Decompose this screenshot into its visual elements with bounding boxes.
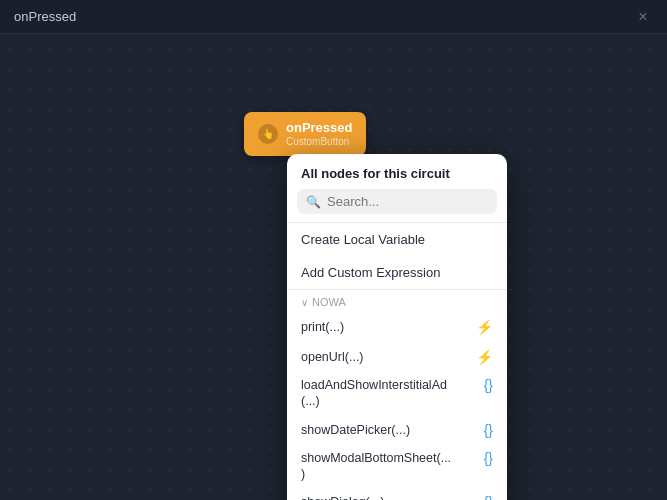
dropdown-header: All nodes for this circuit (287, 154, 507, 189)
canvas-area: 👆 onPressed CustomButton All nodes for t… (0, 34, 667, 500)
node-item-showdialog[interactable]: showDialog(...) {} (287, 487, 507, 500)
curly-icon-loadandshow: {} (484, 377, 493, 393)
lightning-icon-print: ⚡ (476, 319, 493, 335)
lightning-icon-openurl: ⚡ (476, 349, 493, 365)
search-input[interactable] (327, 194, 488, 209)
curly-icon-showdialog: {} (484, 494, 493, 500)
curly-icon-showmodalbottomsheet: {} (484, 450, 493, 466)
curly-icon-showdatepicker: {} (484, 422, 493, 438)
search-container: 🔍 (287, 189, 507, 222)
node-item-showdatepicker[interactable]: showDatePicker(...) {} (287, 415, 507, 445)
node-item-openurl[interactable]: openUrl(...) ⚡ (287, 342, 507, 372)
title-bar: onPressed × (0, 0, 667, 34)
node-item-showmodalbottomsheet[interactable]: showModalBottomSheet(...) {} (287, 445, 507, 488)
node-item-loadandshow-label: loadAndShowInterstitialAd(...) (301, 377, 447, 410)
section-header-nowa: ∨ NOWA (287, 290, 507, 312)
node-icon: 👆 (258, 124, 278, 144)
node-title: onPressed (286, 120, 352, 136)
onpressed-node[interactable]: 👆 onPressed CustomButton (244, 112, 366, 156)
node-item-print[interactable]: print(...) ⚡ (287, 312, 507, 342)
node-text: onPressed CustomButton (286, 120, 352, 148)
node-subtitle: CustomButton (286, 136, 352, 148)
close-button[interactable]: × (633, 7, 653, 27)
search-icon: 🔍 (306, 195, 321, 209)
node-dropdown-panel: All nodes for this circuit 🔍 Create Loca… (287, 154, 507, 500)
menu-item-add-custom-expression[interactable]: Add Custom Expression (287, 256, 507, 289)
node-item-showmodalbottomsheet-label: showModalBottomSheet(...) (301, 450, 451, 483)
window-title: onPressed (14, 9, 76, 24)
chevron-down-icon: ∨ (301, 297, 308, 308)
menu-item-create-local-variable[interactable]: Create Local Variable (287, 223, 507, 256)
section-label: NOWA (312, 296, 346, 308)
node-item-loadandshow[interactable]: loadAndShowInterstitialAd(...) {} (287, 372, 507, 415)
search-input-wrapper[interactable]: 🔍 (297, 189, 497, 214)
